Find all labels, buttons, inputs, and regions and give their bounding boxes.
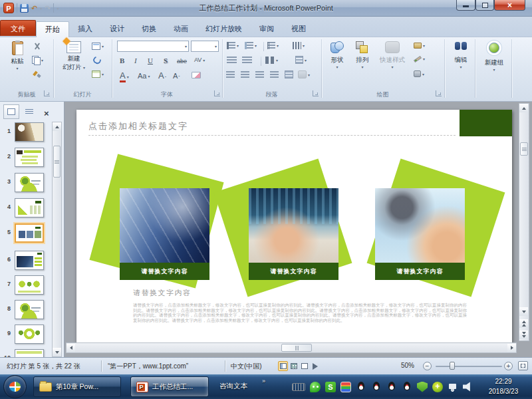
slide-thumbnail-2[interactable]: 2 <box>0 148 52 167</box>
shapes-button[interactable]: 形状 ▾ <box>326 41 348 69</box>
scrollbar-thumb[interactable] <box>520 142 528 156</box>
shape-fill-button[interactable]: ▾ <box>414 43 425 49</box>
slide-thumbnail-9[interactable]: 9 <box>0 325 52 344</box>
scroll-up-button[interactable] <box>53 122 61 131</box>
numbering-button[interactable]: ▾ <box>245 42 257 49</box>
minimize-button[interactable] <box>456 0 475 11</box>
decrease-indent-icon[interactable] <box>227 57 237 64</box>
text-shadow-button[interactable]: S <box>164 57 168 65</box>
slides-tab[interactable] <box>3 104 19 119</box>
drawing-dialog-launcher-icon[interactable] <box>436 90 442 96</box>
slide-title-placeholder[interactable]: 点击添加相关标题文字 <box>88 120 188 132</box>
language-indicator[interactable]: 中文(中国) <box>231 362 262 371</box>
layout-button[interactable]: ▾ <box>92 43 104 50</box>
next-slide-button[interactable] <box>519 331 528 339</box>
image-card-3[interactable]: 请替换文字内容 <box>375 188 465 280</box>
tab-view[interactable]: 视图 <box>283 21 315 37</box>
shape-effects-button[interactable]: ▾ <box>414 70 424 77</box>
taskbar-clock[interactable]: 22:29 2018/3/23 <box>477 376 529 396</box>
taskbar-overflow-chevron-icon[interactable]: » <box>262 378 265 384</box>
image-caption[interactable]: 请替换文字内容 <box>249 263 338 280</box>
antivirus-plus-icon[interactable]: + <box>432 382 443 392</box>
tab-animations[interactable]: 动画 <box>165 21 197 37</box>
tab-design[interactable]: 设计 <box>101 21 133 37</box>
slide-thumbnail-5-selected[interactable]: 5 <box>0 223 52 243</box>
input-skin-icon[interactable] <box>340 382 351 392</box>
scroll-down-button[interactable] <box>53 348 61 356</box>
format-painter-button[interactable] <box>33 70 41 78</box>
body-text-placeholder[interactable]: 请替换文字内容，点击添加相关标题文字，修改文字内容，也可以直接复制你的内容到此。… <box>133 303 467 323</box>
smartart-convert-button[interactable]: ▾ <box>298 70 310 78</box>
distribute-icon[interactable] <box>285 70 293 78</box>
change-case-button[interactable]: Aa▾ <box>138 72 150 80</box>
image-caption[interactable]: 请替换文字内容 <box>375 263 465 280</box>
close-button[interactable]: × <box>494 0 525 11</box>
tab-insert[interactable]: 插入 <box>69 21 101 37</box>
font-size-combo[interactable]: ▾ <box>191 41 219 52</box>
grow-font-button[interactable]: Aˆ <box>158 70 166 80</box>
slide-canvas[interactable]: 点击添加相关标题文字 请替换文字内容 请替换文字内容 请替换文字内容 请替换文字… <box>76 110 512 342</box>
qq-icon-3[interactable] <box>386 382 397 392</box>
paste-button[interactable]: 粘贴 ▾ <box>5 41 29 70</box>
shape-outline-button[interactable]: ▾ <box>414 57 425 61</box>
paste-dropdown-icon[interactable]: ▾ <box>16 66 18 70</box>
taskbar-toolbar-text[interactable]: 咨询文本 <box>219 382 247 391</box>
clipboard-dialog-launcher-icon[interactable] <box>44 90 50 96</box>
previous-slide-button[interactable] <box>519 319 528 328</box>
scroll-down-button[interactable] <box>519 307 528 316</box>
wechat-icon[interactable] <box>310 382 321 392</box>
align-text-button[interactable]: ▾ <box>295 56 307 64</box>
image-card-1[interactable]: 请替换文字内容 <box>120 188 209 280</box>
underline-button[interactable]: U <box>148 57 153 65</box>
reset-button[interactable] <box>93 57 101 64</box>
shrink-font-button[interactable]: Aˇ <box>173 72 180 80</box>
slide-thumbnail-7[interactable]: 7 <box>0 275 52 295</box>
input-keyboard-icon[interactable] <box>292 383 305 391</box>
slideshow-button[interactable] <box>310 361 320 371</box>
align-left-icon[interactable] <box>226 71 235 78</box>
edit-group-button[interactable]: 编辑 ▾ <box>448 41 473 69</box>
align-right-icon[interactable] <box>255 71 264 78</box>
slide-thumbnail-8[interactable]: 8 <box>0 300 52 319</box>
outline-tab[interactable] <box>21 104 37 119</box>
scrollbar-thumb[interactable] <box>281 344 312 352</box>
start-button[interactable] <box>3 375 27 398</box>
scrollbar-thumb[interactable] <box>53 146 61 178</box>
font-color-button[interactable]: A▾ <box>120 70 129 82</box>
paragraph-dialog-launcher-icon[interactable] <box>313 90 319 96</box>
image-caption[interactable]: 请替换文字内容 <box>120 263 209 280</box>
zoom-percentage[interactable]: 50% <box>401 362 414 369</box>
slide-thumbnail-4[interactable]: 4 <box>0 198 52 217</box>
antivirus-shield-icon[interactable] <box>417 382 428 392</box>
body-heading[interactable]: 请替换文字内容 <box>133 288 192 298</box>
thumbnails-scrollbar[interactable] <box>52 122 62 357</box>
tab-file[interactable]: 文件 <box>0 20 36 36</box>
clear-formatting-icon[interactable] <box>192 72 201 78</box>
new-slide-button[interactable]: 新建 幻灯片 ▾ <box>59 41 89 72</box>
network-icon[interactable] <box>448 382 458 392</box>
volume-icon[interactable] <box>463 382 473 392</box>
horizontal-scrollbar[interactable] <box>66 342 517 353</box>
qq-icon-2[interactable] <box>371 382 382 392</box>
normal-view-button[interactable] <box>278 361 288 371</box>
zoom-slider-thumb[interactable] <box>450 362 455 370</box>
quick-styles-button[interactable]: 快速样式 ▾ <box>376 41 408 69</box>
arrange-button[interactable]: 排列 ▾ <box>351 41 374 69</box>
copy-button[interactable]: ▾ <box>32 56 43 65</box>
title-bar[interactable]: P ↶ ▾ ↷ ▾ 工作总结工作计划 - Microsoft PowerPoin… <box>0 0 532 17</box>
character-spacing-button[interactable]: AV▾ <box>194 57 205 63</box>
zoom-out-button[interactable]: − <box>423 362 432 370</box>
bullets-button[interactable]: ▾ <box>227 42 239 49</box>
cut-button[interactable] <box>33 43 41 51</box>
vertical-scrollbar[interactable] <box>519 103 529 341</box>
tab-slideshow[interactable]: 幻灯片放映 <box>197 21 251 37</box>
increase-indent-icon[interactable] <box>242 57 252 64</box>
section-button[interactable]: ▾ <box>92 70 104 78</box>
tab-review[interactable]: 审阅 <box>251 21 283 37</box>
tab-transitions[interactable]: 切换 <box>133 21 165 37</box>
image-card-2[interactable]: 请替换文字内容 <box>249 188 338 280</box>
qq-icon-1[interactable] <box>356 382 366 392</box>
justify-icon[interactable] <box>270 71 279 78</box>
zoom-in-button[interactable]: + <box>504 362 513 370</box>
fit-to-window-button[interactable] <box>518 361 528 370</box>
